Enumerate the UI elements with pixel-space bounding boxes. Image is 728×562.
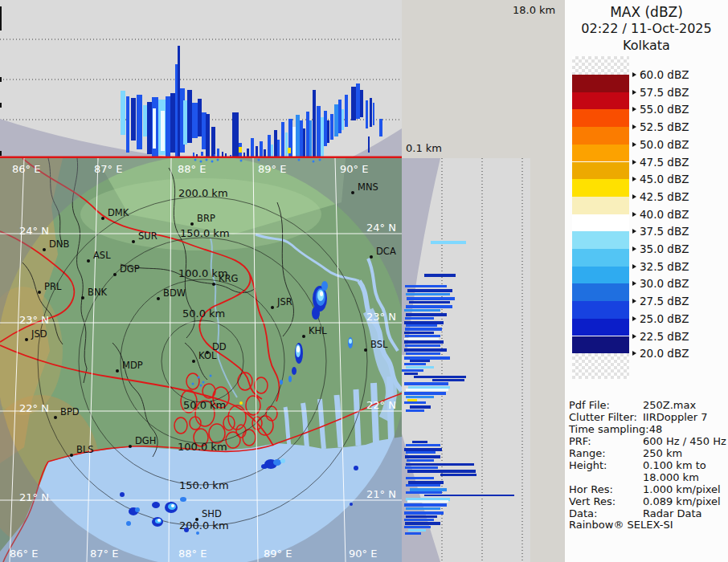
city-dot (351, 191, 354, 194)
city-dot (129, 445, 132, 448)
echo-bar (330, 114, 333, 140)
axis-tick (0, 151, 2, 156)
city-label: MNS (358, 181, 378, 193)
echo-bar (406, 396, 434, 398)
range-ring-label: 150.0 km (179, 479, 229, 491)
echo-bar (345, 95, 348, 127)
echo-bar (366, 100, 368, 128)
echo-bar (406, 463, 474, 466)
metadata-row: Vert Res:0.089 km/pixel (569, 495, 616, 507)
city-label: DNB (49, 238, 69, 250)
city-dot (116, 369, 119, 373)
scale-arrow-icon (632, 107, 636, 112)
echo-bar (183, 100, 187, 145)
echo-bar (406, 444, 440, 446)
city-label: BSL (370, 339, 388, 350)
echo-bar (313, 90, 316, 157)
legend-panel: MAX (dBZ) 02:22 / 11-Oct-2025 Kolkata 60… (565, 0, 728, 562)
echo-bar (211, 127, 215, 157)
echo-bar (406, 366, 434, 369)
longitude-label: 90° E (349, 548, 377, 560)
scale-arrow-icon (632, 72, 636, 77)
echo-bar (406, 313, 447, 316)
echo-bar (412, 441, 427, 443)
echo-bar (404, 309, 440, 312)
city-dot (101, 217, 104, 220)
scale-label-text: 20.0 dBZ (640, 347, 689, 360)
metadata-row: Hor Res:1.000 km/pixel (569, 483, 613, 495)
echo-bar (406, 409, 424, 412)
radar-echo-speck (202, 381, 205, 384)
latitude-label: 22° N (19, 402, 49, 414)
city-label: ASL (93, 250, 111, 261)
city-dot (212, 283, 215, 286)
latitude-label: 23° N (19, 314, 49, 326)
echo-bar (404, 373, 418, 375)
city-dot (370, 255, 373, 259)
echo-bar (232, 112, 239, 157)
echo-bar (432, 379, 464, 381)
product-title: MAX (dBZ) (565, 4, 728, 20)
echo-bar (217, 149, 219, 157)
radar-echo (288, 376, 292, 382)
radar-echo-speck (313, 161, 315, 163)
city-dot (302, 335, 305, 338)
echo-bar (260, 141, 263, 157)
metadata-label: Hor Res: (569, 483, 613, 495)
echo-bar (153, 108, 156, 149)
scale-label-text: 60.0 dBZ (640, 68, 689, 81)
echo-bar (407, 470, 476, 473)
scale-label-text: 45.0 dBZ (640, 173, 689, 185)
echo-bar (405, 317, 434, 320)
scale-band (572, 267, 629, 284)
echo-bar (351, 87, 356, 120)
station-name: Kolkata (565, 38, 728, 53)
metadata-value: 250Z.max (643, 399, 696, 411)
scale-label-text: 37.5 dBZ (640, 225, 689, 238)
metadata-value: 18.000 km (643, 471, 699, 483)
metadata-row: Clutter Filter:IIRDoppler 7 (569, 411, 637, 423)
longitude-label: 89° E (258, 163, 286, 175)
echo-bar (309, 120, 312, 157)
scale-band (572, 301, 629, 319)
echo-bar (414, 376, 466, 378)
scale-band-checker (572, 353, 629, 379)
scale-arrow-icon (632, 142, 636, 147)
echo-bar (193, 153, 194, 157)
echo-bar (368, 136, 370, 153)
city-dot (25, 338, 28, 341)
metadata-label: Pdf File: (569, 399, 610, 411)
latitude-label: 23° N (366, 311, 396, 323)
radar-echo (312, 307, 320, 320)
scale-label: 35.0 dBZ (632, 243, 689, 255)
echo-bar (370, 98, 372, 127)
metadata-label: Height: (569, 459, 607, 471)
radar-echo-speck (210, 375, 212, 377)
echo-bar (285, 132, 288, 157)
echo-bar (406, 515, 437, 518)
range-ring-label: 50.0 km (183, 399, 226, 411)
longitude-label: 89° E (264, 548, 292, 560)
metadata-value: 0.100 km to (643, 459, 706, 471)
echo-bar (166, 96, 170, 157)
scale-band-checker (572, 56, 629, 75)
radar-echo (184, 527, 189, 532)
longitude-label: 87° E (94, 163, 122, 175)
city-label: BNK (88, 287, 107, 298)
radar-echo (354, 466, 358, 470)
scale-label: 47.5 dBZ (632, 157, 689, 168)
city-label: JSR (276, 296, 292, 307)
echo-bar (404, 356, 450, 360)
echo-bar (373, 103, 374, 125)
city-label: DGH (135, 435, 156, 446)
city-label: DCA (376, 246, 396, 257)
scale-label: 32.5 dBZ (632, 261, 689, 272)
longitude-label: 86° E (12, 163, 40, 175)
scale-label-text: 42.5 dBZ (640, 190, 689, 203)
city-label: DGP (120, 263, 140, 275)
scale-label: 30.0 dBZ (632, 278, 689, 289)
echo-bar (404, 448, 442, 451)
scale-arrow-icon (632, 124, 636, 129)
scale-arrow-icon (632, 194, 636, 199)
echo-bar (404, 338, 439, 340)
